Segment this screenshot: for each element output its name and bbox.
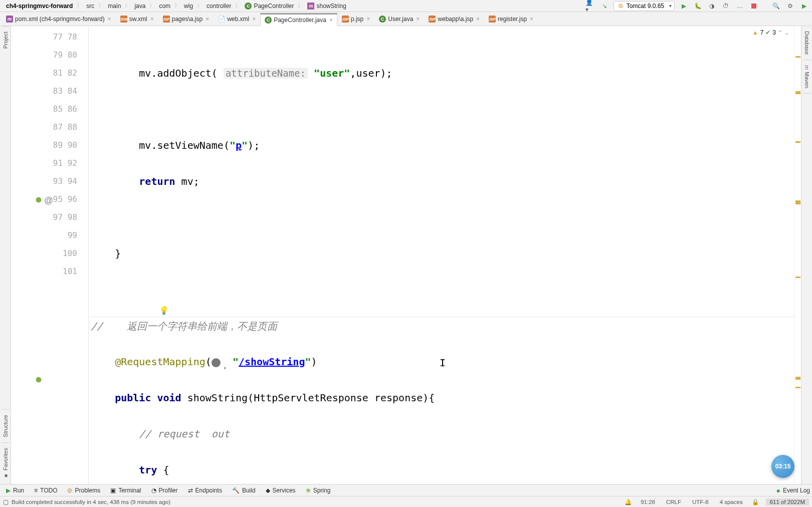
navigation-bar: ch4-springmvc-forward 〉 src 〉 main 〉 jav… bbox=[0, 0, 812, 12]
crumb-class[interactable]: CPageController bbox=[242, 2, 297, 10]
sidebar-structure[interactable]: Structure bbox=[2, 409, 10, 442]
tool-profiler[interactable]: ◔Profiler bbox=[147, 486, 182, 495]
coverage-button[interactable]: ◑ bbox=[707, 1, 717, 11]
nav-toolbar: 👤▾ ↘ ⚙ Tomcat 9.0.65 ▶ 🐛 ◑ ⏱ … 🔍 ⚙ ▶ bbox=[585, 1, 809, 11]
tab-user[interactable]: CUser.java× bbox=[374, 13, 424, 26]
sidebar-maven[interactable]: m Maven bbox=[803, 60, 811, 94]
bottom-tool-bar: ▶Run ≡TODO ⊘Problems ▣Terminal ◔Profiler… bbox=[0, 484, 812, 496]
line-separator[interactable]: CRLF bbox=[664, 499, 683, 505]
at-icon[interactable]: @ bbox=[44, 195, 53, 204]
lock-icon[interactable]: 🔒 bbox=[752, 498, 759, 505]
user-icon[interactable]: 👤▾ bbox=[585, 1, 595, 11]
tool-spring[interactable]: ❀Spring bbox=[302, 486, 335, 495]
profiler-button[interactable]: ⏱ bbox=[721, 1, 731, 11]
tab-register[interactable]: JSPregister.jsp× bbox=[484, 13, 538, 26]
gutter-icons: @ bbox=[11, 26, 49, 484]
tab-webappajsp[interactable]: JSPwebapp\a.jsp× bbox=[424, 13, 484, 26]
globe-icon[interactable] bbox=[212, 358, 221, 367]
right-tool-strip: Database m Maven bbox=[801, 26, 812, 484]
xml-icon: 📄 bbox=[218, 16, 225, 23]
crumb-method[interactable]: mshowString bbox=[304, 2, 349, 10]
tab-webxml[interactable]: 📄web.xml× bbox=[214, 13, 260, 26]
tab-pjsp[interactable]: JSPp.jsp× bbox=[337, 13, 374, 26]
run-button[interactable]: ▶ bbox=[679, 1, 689, 11]
left-tool-strip: Project Structure ★ Favorites bbox=[0, 26, 11, 484]
tool-terminal[interactable]: ▣Terminal bbox=[106, 486, 145, 495]
timer-badge[interactable]: 03:15 bbox=[771, 455, 794, 478]
typo-icon: ✔ bbox=[765, 29, 770, 36]
event-indicator-icon: ● bbox=[776, 486, 780, 494]
param-hint: attributeName: bbox=[224, 68, 308, 79]
crumb-main[interactable]: main bbox=[105, 2, 124, 10]
line-numbers: 77 78 79 80 81 82 83 84 85 86 87 88 89 9… bbox=[49, 26, 88, 484]
tab-pagesajsp[interactable]: JSPpages\a.jsp× bbox=[158, 13, 214, 26]
tab-swxml[interactable]: JSWsw.xml× bbox=[116, 13, 158, 26]
crumb-java[interactable]: java bbox=[131, 2, 148, 10]
event-log-button[interactable]: ●Event Log bbox=[776, 486, 810, 494]
main-area: Project Structure ★ Favorites @ 77 78 79… bbox=[0, 26, 812, 484]
tool-run[interactable]: ▶Run bbox=[2, 486, 28, 495]
indent-info[interactable]: 4 spaces bbox=[718, 499, 745, 505]
gutter: @ 77 78 79 80 81 82 83 84 85 86 87 88 89… bbox=[11, 26, 89, 484]
typo-count: 3 bbox=[772, 29, 776, 36]
tool-todo[interactable]: ≡TODO bbox=[30, 486, 61, 495]
more-run-icon[interactable]: … bbox=[735, 1, 745, 11]
spring-icon[interactable] bbox=[34, 195, 43, 204]
status-bar: ▢ Build completed successfully in 4 sec,… bbox=[0, 496, 812, 507]
notifications-icon[interactable]: 🔔 bbox=[625, 498, 632, 505]
settings-icon[interactable]: ⚙ bbox=[785, 1, 795, 11]
run-config-label: Tomcat 9.0.65 bbox=[627, 3, 664, 10]
close-icon[interactable]: × bbox=[108, 16, 111, 23]
stop-button[interactable] bbox=[749, 1, 759, 11]
crumb-project[interactable]: ch4-springmvc-forward bbox=[3, 2, 76, 10]
breadcrumb: ch4-springmvc-forward 〉 src 〉 main 〉 jav… bbox=[3, 2, 585, 10]
warning-count: 7 bbox=[760, 29, 764, 36]
inspection-widget[interactable]: ▲7 ✔3 ⌃ ⌄ bbox=[749, 28, 792, 37]
sidebar-favorites[interactable]: ★ Favorites bbox=[1, 442, 10, 484]
error-stripe[interactable] bbox=[794, 26, 801, 484]
prev-highlight-icon[interactable]: ⌃ bbox=[778, 30, 782, 36]
intention-bulb-icon[interactable]: 💡 bbox=[159, 302, 169, 320]
spring-icon[interactable] bbox=[34, 375, 43, 384]
run-config-selector[interactable]: ⚙ Tomcat 9.0.65 bbox=[614, 1, 675, 11]
text-cursor-icon: I bbox=[440, 354, 446, 372]
build-hammer-icon[interactable]: ↘ bbox=[599, 1, 610, 11]
crumb-src[interactable]: src bbox=[83, 2, 97, 10]
tool-problems[interactable]: ⊘Problems bbox=[63, 486, 104, 495]
tab-pagecontroller[interactable]: CPageController.java× bbox=[260, 13, 337, 26]
memory-indicator[interactable]: 611 of 2022M bbox=[766, 498, 809, 505]
tool-endpoints[interactable]: ⇄Endpoints bbox=[184, 486, 226, 495]
warning-icon: ▲ bbox=[752, 29, 758, 36]
next-highlight-icon[interactable]: ⌄ bbox=[784, 30, 789, 36]
search-everywhere-icon[interactable]: 🔍 bbox=[771, 1, 781, 11]
sidebar-database[interactable]: Database bbox=[803, 26, 811, 60]
code-area[interactable]: 💡 mv.addObject( attributeName: "user",us… bbox=[89, 26, 794, 484]
sidebar-project[interactable]: Project bbox=[2, 26, 10, 54]
tool-services[interactable]: ◆Services bbox=[262, 486, 300, 495]
file-encoding[interactable]: UTF-8 bbox=[690, 499, 711, 505]
status-icon: ▢ bbox=[3, 498, 9, 505]
crumb-com[interactable]: com bbox=[156, 2, 173, 10]
status-message: Build completed successfully in 4 sec, 4… bbox=[12, 499, 170, 505]
tool-build[interactable]: 🔨Build bbox=[228, 486, 260, 495]
crumb-controller[interactable]: controller bbox=[204, 2, 234, 10]
debug-button[interactable]: 🐛 bbox=[693, 1, 703, 11]
tomcat-icon: ⚙ bbox=[618, 3, 624, 10]
cursor-position[interactable]: 91:28 bbox=[639, 499, 657, 505]
crumb-sep: 〉 bbox=[77, 2, 82, 10]
crumb-wlg[interactable]: wlg bbox=[181, 2, 196, 10]
editor[interactable]: @ 77 78 79 80 81 82 83 84 85 86 87 88 89… bbox=[11, 26, 801, 484]
editor-tab-bar: mpom.xml (ch4-springmvc-forward)× JSWsw.… bbox=[0, 12, 812, 26]
tab-pom[interactable]: mpom.xml (ch4-springmvc-forward)× bbox=[2, 13, 116, 26]
jrebel-icon[interactable]: ▶ bbox=[799, 1, 809, 11]
